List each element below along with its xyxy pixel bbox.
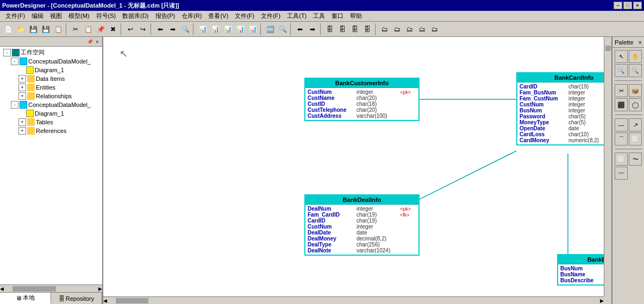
- palette-zoom-in[interactable]: 🔍: [615, 64, 628, 77]
- menu-repo[interactable]: 仓库(R): [178, 11, 205, 21]
- expand-cdm2[interactable]: -: [11, 101, 18, 109]
- expand-relationships[interactable]: +: [18, 92, 26, 100]
- save-button[interactable]: 💾: [27, 23, 39, 35]
- left-hscroll[interactable]: ◀ ▶: [0, 284, 102, 292]
- paste-button[interactable]: 📌: [95, 23, 107, 35]
- tb-gen4[interactable]: 📊: [234, 23, 246, 35]
- menu-view2[interactable]: 查看(V): [205, 11, 232, 21]
- expand-tables[interactable]: +: [18, 118, 26, 126]
- tree-item-diagram2[interactable]: Diagram_1: [1, 109, 101, 118]
- expand-dataitems[interactable]: +: [18, 75, 26, 83]
- tree-item-relationships[interactable]: + Relationships: [1, 92, 101, 100]
- hscroll-left[interactable]: ◀: [0, 286, 4, 292]
- left-toolbar-close[interactable]: ×: [93, 38, 101, 46]
- palette-select[interactable]: ↖: [615, 50, 628, 63]
- tree-item-cdm1[interactable]: - ConceptualDataModel_: [1, 57, 101, 66]
- redo-button[interactable]: ↪: [137, 23, 149, 35]
- tb-zoom1[interactable]: 🗂: [379, 23, 391, 35]
- canvas-hscroll-right[interactable]: ▶: [600, 298, 604, 303]
- tree-item-tables[interactable]: + Tables: [1, 118, 101, 126]
- tree-item-diagram1[interactable]: Diagram_1: [1, 66, 101, 74]
- tb-zoom4[interactable]: 🗂: [416, 23, 428, 35]
- menu-edit[interactable]: 编辑: [28, 11, 47, 21]
- delete-button[interactable]: ✖: [107, 23, 119, 35]
- tb-nav3[interactable]: 🔍: [179, 23, 191, 35]
- tb-find[interactable]: 🔍: [277, 23, 289, 35]
- canvas-vscrollbar[interactable]: [604, 37, 611, 296]
- menu-model[interactable]: 模型(M): [65, 11, 93, 21]
- new-button[interactable]: 📄: [2, 23, 14, 35]
- canvas-hscroll-left[interactable]: ◀: [103, 298, 107, 303]
- tb-db4[interactable]: 🗄: [361, 23, 373, 35]
- copy-button[interactable]: 📋: [82, 23, 94, 35]
- menu-file1[interactable]: 文件(F): [2, 11, 28, 21]
- tree-item-dataitems[interactable]: + Data Items: [1, 74, 101, 83]
- cut-button[interactable]: ✂: [70, 23, 82, 35]
- tb-db3[interactable]: 🗄: [349, 23, 361, 35]
- expand-references[interactable]: +: [18, 127, 26, 135]
- palette-zoom-out[interactable]: 🔍: [629, 64, 642, 77]
- tab-repository[interactable]: 🗄 Repository: [51, 293, 102, 304]
- expand-workspace[interactable]: -: [3, 49, 11, 56]
- tb-gen5[interactable]: 📊: [247, 23, 259, 35]
- palette-rel3[interactable]: ⌒: [615, 132, 628, 145]
- tb-nav1[interactable]: ⬅: [154, 23, 166, 35]
- save-all-button[interactable]: 💾: [40, 23, 52, 35]
- palette-rel2[interactable]: ↗: [629, 118, 642, 131]
- palette-view[interactable]: ◯: [629, 98, 642, 111]
- hscroll-thumb[interactable]: [12, 286, 56, 292]
- menu-tools1[interactable]: 工具(T): [284, 11, 310, 21]
- menu-view[interactable]: 视图: [47, 11, 65, 21]
- palette-rel1[interactable]: —: [615, 118, 628, 131]
- tb-zoom3[interactable]: 🗂: [404, 23, 416, 35]
- tb-arrow1[interactable]: ⬅: [294, 23, 306, 35]
- canvas-vscroll-thumb[interactable]: [605, 46, 611, 51]
- palette-rel4[interactable]: ⬜: [629, 132, 642, 145]
- entity-bankbusinesstype[interactable]: BankBusinessType BusNum integer <pk> Bus…: [557, 254, 611, 286]
- expand-entities[interactable]: +: [18, 84, 26, 91]
- menu-help[interactable]: 帮助: [347, 11, 365, 21]
- menu-tools2[interactable]: 工具: [310, 11, 328, 21]
- tab-local[interactable]: 🖥 本地: [0, 293, 51, 304]
- menu-window[interactable]: 窗口: [328, 11, 347, 21]
- maximize-button[interactable]: □: [623, 2, 632, 9]
- open-button[interactable]: 📁: [15, 23, 27, 35]
- menu-report[interactable]: 报告(P): [152, 11, 179, 21]
- tb-nav2[interactable]: ➡: [167, 23, 179, 35]
- canvas-hscrollbar[interactable]: ◀ ▶: [103, 296, 604, 304]
- hscroll-right[interactable]: ▶: [98, 286, 102, 292]
- tb-gen1[interactable]: 📊: [197, 23, 209, 35]
- entity-bankdealinfo[interactable]: BankDealInfo DealNum integer <pk> Fam_Ca…: [304, 194, 420, 256]
- tree-item-references[interactable]: + References: [1, 126, 101, 135]
- tree-item-entities[interactable]: + Entities: [1, 83, 101, 92]
- minimize-button[interactable]: −: [614, 2, 622, 9]
- palette-line[interactable]: 〰: [615, 167, 628, 180]
- tb-zoom2[interactable]: 🗂: [391, 23, 403, 35]
- palette-close[interactable]: ×: [639, 39, 642, 46]
- tb-zoom5[interactable]: 🗂: [429, 23, 441, 35]
- palette-curve[interactable]: 〜: [629, 153, 642, 166]
- tb-spell[interactable]: 🔤: [264, 23, 276, 35]
- tb-gen2[interactable]: 📊: [209, 23, 221, 35]
- left-toolbar-pin[interactable]: 📌: [86, 38, 93, 46]
- menu-symbol[interactable]: 符号(S): [93, 11, 120, 21]
- menu-db[interactable]: 数据库(D): [119, 11, 152, 21]
- tb-db1[interactable]: 🗄: [324, 23, 336, 35]
- palette-hand[interactable]: ✋: [629, 50, 642, 63]
- tb-arrow2[interactable]: ➡: [307, 23, 318, 35]
- tb-db2[interactable]: 🗄: [336, 23, 348, 35]
- tb5[interactable]: 📋: [52, 23, 64, 35]
- canvas-area[interactable]: ↖ BankCustomerInfo CustNum integer <pk>: [103, 37, 611, 304]
- undo-button[interactable]: ↩: [124, 23, 136, 35]
- menu-file2[interactable]: 文件(F): [232, 11, 258, 21]
- entity-bankcardinfo[interactable]: BankCardInfo CardID char(19) <pk> Fam_Bu…: [516, 72, 611, 145]
- entity-bankcustomerinfo[interactable]: BankCustomerInfo CustNum integer <pk> Cu…: [304, 78, 420, 121]
- tree-item-workspace[interactable]: - 工作空间: [1, 48, 101, 57]
- canvas-hscroll-thumb[interactable]: [116, 298, 148, 303]
- expand-cdm1[interactable]: -: [11, 58, 18, 65]
- palette-package[interactable]: 📦: [629, 84, 642, 97]
- palette-cut[interactable]: ✂: [615, 84, 628, 97]
- palette-note[interactable]: ⬜: [615, 153, 628, 166]
- tree-item-cdm2[interactable]: - ConceptualDataModel_: [1, 100, 101, 109]
- menu-file3[interactable]: 文件(F): [258, 11, 284, 21]
